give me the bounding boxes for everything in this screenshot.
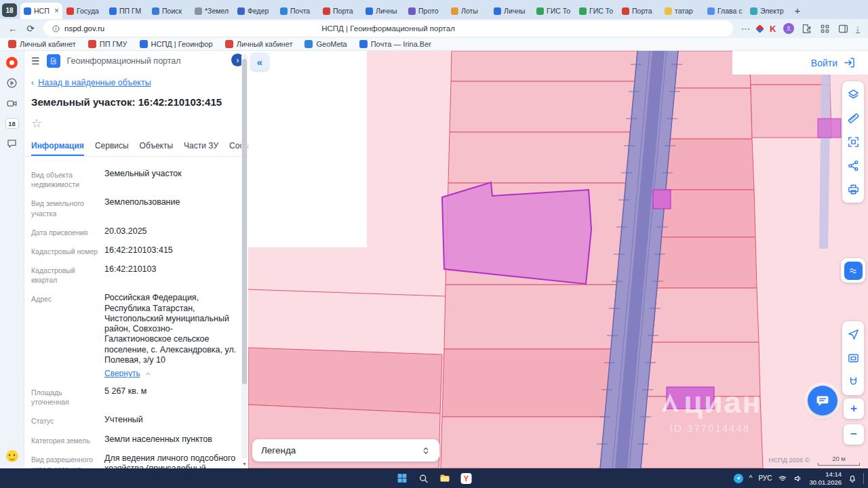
measure-button[interactable] — [842, 106, 864, 130]
alice-icon[interactable] — [6, 57, 18, 68]
attribute-value: Земли населенных пунктов — [104, 434, 239, 445]
locate-arrow-icon — [847, 328, 860, 341]
browser-tab[interactable]: ГИС То × — [533, 3, 575, 19]
file-explorer-icon[interactable] — [439, 472, 451, 484]
extent-button[interactable] — [842, 130, 864, 154]
tray-messenger-icon[interactable] — [734, 474, 743, 483]
expand-collapse-icon[interactable] — [421, 445, 431, 456]
tab-favicon — [579, 7, 587, 15]
notifications-bell-icon[interactable] — [848, 474, 857, 483]
bookmark-item[interactable]: НСПД | Геоинфор — [140, 40, 213, 48]
sidebar-panel-icon[interactable] — [837, 23, 849, 35]
bookmark-item[interactable]: Почта — Irina.Ber — [359, 40, 431, 48]
layers-button[interactable] — [842, 83, 864, 106]
browser-tab[interactable]: Почта × — [277, 3, 319, 19]
camera-icon[interactable] — [6, 98, 18, 109]
extensions-puzzle-icon[interactable] — [801, 23, 812, 35]
panel-scrollbar[interactable] — [241, 54, 248, 459]
browser-tab[interactable]: Личны × — [490, 3, 532, 19]
volume-icon[interactable] — [793, 474, 803, 483]
smiley-icon[interactable] — [6, 450, 18, 462]
attribute-label: Вид разрешенного использования — [31, 453, 100, 468]
browser-tab[interactable]: Порта × — [618, 3, 660, 19]
selected-parcel[interactable] — [442, 182, 591, 284]
zoom-out-button[interactable]: − — [844, 424, 864, 445]
site-info-icon[interactable] — [52, 24, 60, 33]
back-to-results-link[interactable]: ‹ Назад в найденные объекты — [24, 71, 248, 89]
new-tab-button[interactable]: + — [790, 3, 805, 18]
windows-start-icon[interactable] — [397, 472, 408, 484]
browser-tab[interactable]: Прото × — [405, 3, 447, 19]
tab-counter-badge[interactable]: 18 — [2, 3, 17, 17]
attribute-row: Площадь уточненная 5 267 кв. м — [24, 382, 248, 411]
browser-tab[interactable]: ГИС То × — [576, 3, 618, 19]
browser-tab[interactable]: *Земел × — [191, 3, 233, 19]
collections-icon[interactable] — [755, 24, 764, 33]
browser-tab[interactable]: Порта × — [319, 3, 361, 19]
address-bar[interactable]: nspd.gov.ru НСПД | Геоинформационный пор… — [43, 20, 733, 37]
zoom-in-button[interactable]: + — [844, 399, 864, 419]
search-icon[interactable] — [418, 473, 429, 484]
hamburger-menu-icon[interactable]: ☰ — [31, 56, 40, 66]
bookmark-item[interactable]: Личный кабинет — [8, 40, 76, 48]
favorite-star-icon[interactable]: ☆ — [24, 108, 248, 131]
legend-panel[interactable]: Легенда — [252, 439, 439, 462]
cadastral-map-canvas[interactable] — [248, 51, 868, 468]
magnet-icon — [847, 375, 860, 388]
language-indicator[interactable]: РУС — [758, 474, 772, 482]
scrollbar-down-icon[interactable]: ▾ — [241, 461, 248, 467]
bookmark-item[interactable]: GeoMeta — [304, 40, 347, 48]
reload-icon[interactable]: ⟳ — [23, 23, 38, 34]
scrollbar-thumb[interactable] — [242, 59, 247, 384]
browser-tab[interactable]: Поиск × — [149, 3, 191, 19]
clock[interactable]: 14:14 30.01.2026 — [809, 470, 842, 486]
more-icon[interactable]: ⋯ — [741, 24, 750, 33]
back-icon[interactable]: ← — [5, 23, 20, 34]
tab-label: Поиск — [162, 7, 187, 15]
panel-tab[interactable]: Части ЗУ — [184, 141, 218, 156]
tab-label: *Земел — [205, 7, 230, 15]
apps-grid-icon[interactable] — [819, 23, 831, 35]
bookmark-item[interactable]: Личный кабинет — [225, 40, 293, 48]
share-icon — [847, 159, 860, 172]
browser-tab[interactable]: Электр × — [747, 3, 789, 19]
browser-tab[interactable]: НСП × — [20, 3, 62, 19]
basemap-switcher-button[interactable] — [841, 258, 865, 283]
collapse-address-link[interactable]: Свернуть — [104, 369, 239, 378]
login-icon[interactable] — [843, 56, 856, 69]
browser-tab[interactable]: Личны × — [362, 3, 404, 19]
tab-close-icon[interactable]: × — [54, 7, 59, 15]
bookmark-item[interactable]: ПП ГМУ — [88, 40, 127, 48]
sidebar-badge-18[interactable]: 18 — [5, 118, 19, 129]
browser-tab[interactable]: Федер × — [234, 3, 276, 19]
avatar[interactable] — [783, 23, 794, 34]
browser-tab[interactable]: ПП ГМ × — [106, 3, 148, 19]
panel-tab[interactable]: Информация — [31, 141, 84, 156]
print-button[interactable] — [842, 178, 864, 201]
wifi-icon[interactable] — [778, 474, 787, 483]
browser-tab[interactable]: Лоты × — [448, 3, 490, 19]
snap-button[interactable] — [842, 370, 864, 394]
attribute-value: Земельный участок — [104, 169, 239, 179]
browser-tab[interactable]: Глава с × — [704, 3, 746, 19]
collapse-panel-button[interactable]: « — [251, 53, 269, 70]
chat-fab-button[interactable] — [808, 386, 837, 415]
play-icon[interactable] — [6, 77, 18, 89]
panel-tab[interactable]: Объекты — [140, 141, 174, 156]
overview-map-button[interactable] — [842, 346, 864, 370]
tray-chevron-icon[interactable]: ^ — [749, 474, 753, 482]
kaspersky-icon[interactable]: K — [770, 24, 776, 34]
browser-tab[interactable]: татар × — [661, 3, 703, 19]
show-desktop-strip[interactable] — [863, 473, 865, 484]
download-icon[interactable]: ↓ — [856, 24, 861, 34]
chevron-up-icon — [144, 370, 152, 378]
attributes-list: Вид объекта недвижимости Земельный участ… — [24, 157, 248, 468]
chat-bubble-icon[interactable] — [6, 138, 18, 149]
locate-button[interactable] — [842, 323, 864, 346]
login-label[interactable]: Войти — [811, 58, 837, 68]
browser-tab[interactable]: Госуда × — [63, 3, 105, 19]
tab-label: Лоты — [461, 7, 486, 15]
yandex-browser-icon[interactable]: Y — [461, 473, 472, 484]
share-button[interactable] — [842, 154, 864, 178]
panel-tab[interactable]: Сервисы — [95, 141, 129, 156]
